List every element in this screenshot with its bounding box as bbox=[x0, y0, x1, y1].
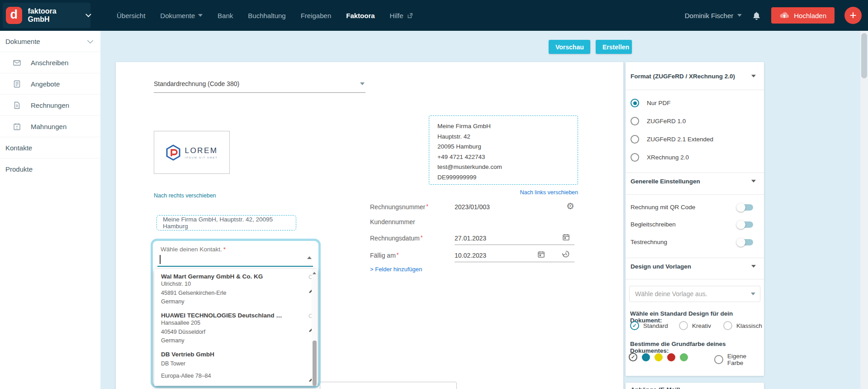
nav-freigaben[interactable]: Freigaben bbox=[301, 12, 332, 19]
format-option-nur-pdf[interactable]: Nur PDF bbox=[631, 99, 671, 107]
scrollbar-thumb[interactable] bbox=[861, 33, 867, 78]
invoice-number-label: Rechnungsnummer* bbox=[370, 203, 428, 211]
contact-option[interactable]: HUAWEI TECHNOLOGIES Deutschland … C003 H… bbox=[154, 312, 304, 346]
settings-panel: Format (ZUGFeRD / XRechnung 2.0) Nur PDF… bbox=[626, 62, 764, 376]
page-scrollbar[interactable] bbox=[860, 31, 868, 389]
sidebar: Dokumente Anschreiben Angebote Rechnunge… bbox=[0, 31, 100, 389]
color-swatch-teal[interactable] bbox=[642, 353, 650, 361]
address-line: Meine Firma GmbH bbox=[437, 121, 569, 132]
toggle-off-switch[interactable] bbox=[738, 221, 753, 228]
sidebar-item-anschreiben[interactable]: Anschreiben bbox=[0, 52, 100, 73]
chevron-down-icon bbox=[360, 82, 365, 85]
chevron-down-icon bbox=[737, 14, 742, 17]
user-menu[interactable]: Dominik Fischer bbox=[685, 12, 742, 19]
add-new-button[interactable]: + bbox=[844, 7, 862, 24]
logo-subtext: IPSUM SIT AMET bbox=[185, 156, 218, 159]
letter-icon bbox=[13, 58, 21, 67]
move-logo-right-link[interactable]: Nach rechts verschieben bbox=[154, 192, 216, 199]
history-icon[interactable] bbox=[561, 250, 570, 259]
invoice-type-select[interactable]: Standardrechnung (Code 380) bbox=[154, 80, 365, 93]
collapse-arrow-icon[interactable] bbox=[307, 256, 312, 259]
workspace-selector[interactable]: d faktoora GmbH bbox=[3, 3, 90, 28]
sidebar-section-dokumente[interactable]: Dokumente bbox=[0, 31, 100, 52]
address-line: +49 4721 422743 bbox=[437, 152, 569, 163]
invoice-number-value: 2023/01/003 bbox=[455, 203, 490, 211]
design-option-kreativ[interactable]: Kreativ bbox=[679, 321, 711, 330]
dropdown-scrollbar[interactable] bbox=[312, 269, 318, 386]
workspace-name: faktoora GmbH bbox=[28, 7, 77, 24]
chevron-down-icon bbox=[751, 180, 756, 182]
color-swatch-green[interactable] bbox=[680, 353, 688, 361]
company-logo-box[interactable]: LOREM IPSUM SIT AMET bbox=[154, 131, 230, 174]
attachments-panel: Anhänge (E-Mail) bbox=[626, 383, 764, 389]
color-swatch-selected[interactable]: ✓ bbox=[629, 353, 637, 361]
attachments-section-header[interactable]: Anhänge (E-Mail) bbox=[631, 386, 757, 389]
upload-button[interactable]: Hochladen bbox=[771, 7, 835, 24]
preview-button[interactable]: Vorschau bbox=[549, 40, 590, 54]
move-address-left-link[interactable]: Nach links verschieben bbox=[429, 189, 578, 196]
nav-hilfe[interactable]: Hilfe bbox=[390, 12, 413, 19]
sidebar-item-mahnungen[interactable]: Mahnungen bbox=[0, 116, 100, 137]
main-nav: Übersicht Dokumente Bank Buchhaltung Fre… bbox=[117, 0, 413, 31]
color-swatch-red[interactable] bbox=[667, 353, 675, 361]
customer-number-label: Kundennummer bbox=[370, 218, 415, 226]
design-section-header[interactable]: Design und Vorlagen bbox=[631, 263, 757, 270]
external-link-icon bbox=[407, 12, 413, 19]
radio-icon bbox=[679, 321, 688, 330]
chevron-down-icon bbox=[751, 293, 755, 295]
format-option-zugferd-21[interactable]: ZUGFeRD 2.1 Extended bbox=[631, 135, 713, 144]
design-option-klassisch[interactable]: Klassisch bbox=[723, 321, 762, 330]
top-navigation-bar: d faktoora GmbH Übersicht Dokumente Bank… bbox=[0, 0, 868, 31]
address-line: 20095 Hamburg bbox=[437, 142, 569, 152]
topbar-actions: Dominik Fischer Hochladen + bbox=[685, 0, 862, 31]
logo-text: LOREM bbox=[185, 146, 218, 155]
format-section-header[interactable]: Format (ZUGFeRD / XRechnung 2.0) bbox=[631, 73, 757, 80]
nav-faktoora[interactable]: Faktoora bbox=[346, 12, 375, 19]
invoice-date-input[interactable]: 27.01.2023 bbox=[455, 235, 486, 242]
company-address-block[interactable]: Meine Firma GmbH Hauptstr. 42 20095 Hamb… bbox=[429, 115, 578, 185]
calendar-icon[interactable] bbox=[562, 233, 570, 241]
general-section-header[interactable]: Generelle Einstellungen bbox=[631, 178, 757, 185]
toggle-off-switch[interactable] bbox=[738, 239, 753, 245]
add-fields-link[interactable]: > Felder hinzufügen bbox=[370, 266, 422, 273]
sidebar-item-kontakte[interactable]: Kontakte bbox=[0, 137, 100, 158]
radio-selected-icon bbox=[631, 99, 639, 107]
bell-icon[interactable] bbox=[752, 10, 761, 21]
nav-buchhaltung[interactable]: Buchhaltung bbox=[248, 12, 285, 19]
custom-color-option[interactable]: Eigene Farbe bbox=[714, 353, 764, 366]
create-button[interactable]: Erstellen bbox=[596, 40, 632, 54]
sidebar-item-produkte[interactable]: Produkte bbox=[0, 158, 100, 180]
sidebar-item-rechnungen[interactable]: Rechnungen bbox=[0, 95, 100, 116]
nav-bank[interactable]: Bank bbox=[218, 12, 233, 19]
check-circle-icon: ✓ bbox=[630, 321, 639, 330]
contact-option[interactable]: Wal Mart Germany GmbH & Co. KG C004 Ulri… bbox=[154, 273, 304, 307]
invoice-icon bbox=[13, 101, 21, 110]
design-option-standard[interactable]: ✓ Standard bbox=[630, 321, 668, 330]
template-select[interactable]: Wähle deine Vorlage aus. bbox=[629, 286, 760, 302]
color-question-label: Bestimme die Grundfarbe deines Dokumente… bbox=[630, 341, 764, 354]
calendar-icon[interactable] bbox=[537, 250, 545, 259]
scrollbar-thumb[interactable] bbox=[313, 341, 317, 386]
nav-uebersicht[interactable]: Übersicht bbox=[117, 12, 145, 19]
color-swatch-yellow[interactable] bbox=[655, 353, 663, 361]
sidebar-item-angebote[interactable]: Angebote bbox=[0, 73, 100, 95]
toggle-begleitschreiben: Begleitschreiben bbox=[631, 221, 753, 228]
format-option-xrechnung[interactable]: XRechnung 2.0 bbox=[631, 153, 689, 162]
gear-icon[interactable]: ⚙ bbox=[566, 202, 574, 211]
reminder-icon bbox=[13, 122, 21, 131]
format-option-zugferd-10[interactable]: ZUGFeRD 1.0 bbox=[631, 117, 686, 125]
chevron-down-icon bbox=[198, 14, 203, 17]
lorem-logo-icon bbox=[166, 144, 181, 161]
item-select[interactable] bbox=[320, 382, 457, 389]
text-cursor bbox=[160, 255, 161, 264]
scroll-up-icon[interactable] bbox=[313, 272, 316, 274]
toggle-off-switch[interactable] bbox=[738, 204, 753, 211]
offer-icon bbox=[13, 80, 21, 88]
due-date-input[interactable]: 10.02.2023 bbox=[455, 252, 486, 259]
invoice-date-label: Rechnungsdatum* bbox=[370, 235, 422, 242]
contact-search-input[interactable] bbox=[157, 266, 313, 267]
chevron-down-icon bbox=[87, 38, 93, 43]
contact-option[interactable]: DB Vertrieb GmbH 112 DB Tower Europa-All… bbox=[154, 351, 304, 386]
sender-line-box[interactable]: Meine Firma GmbH, Hauptstr. 42, 20095 Ha… bbox=[157, 215, 296, 231]
nav-dokumente[interactable]: Dokumente bbox=[160, 12, 203, 19]
